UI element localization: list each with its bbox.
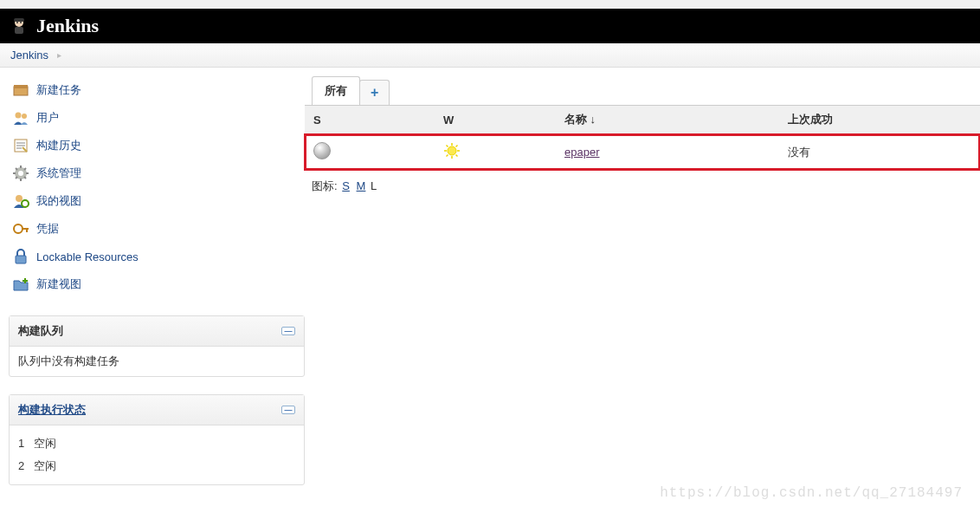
- projects-table: S W 名称 ↓ 上次成功 epa: [305, 105, 980, 170]
- executors-body: 1 空闲 2 空闲: [10, 425, 304, 484]
- svg-line-39: [456, 146, 458, 147]
- page-header: Jenkins: [0, 9, 980, 43]
- svg-point-14: [18, 171, 23, 176]
- sidebar-item-label[interactable]: 用户: [36, 110, 59, 126]
- sidebar-item-credentials[interactable]: 凭据: [9, 215, 305, 243]
- icon-size-l: L: [371, 179, 377, 192]
- collapse-icon[interactable]: —: [281, 327, 295, 335]
- cell-weather: [435, 134, 556, 170]
- svg-point-25: [14, 224, 23, 233]
- executors-pane: 构建执行状态 — 1 空闲 2 空闲: [9, 394, 305, 485]
- executor-row: 1 空闲: [18, 432, 295, 455]
- sidebar-item-my-views[interactable]: 我的视图: [9, 187, 305, 215]
- executor-number: 2: [18, 459, 30, 472]
- svg-rect-2: [14, 18, 24, 22]
- svg-rect-27: [26, 228, 28, 232]
- sidebar-item-label[interactable]: 凭据: [36, 221, 59, 237]
- sidebar-item-new-item[interactable]: 新建任务: [9, 76, 305, 104]
- lock-icon: [12, 248, 29, 265]
- executors-header: 构建执行状态 —: [10, 395, 304, 425]
- executor-number: 1: [18, 437, 30, 450]
- sidebar-item-label[interactable]: Lockable Resources: [36, 250, 139, 263]
- view-tabs: 所有 +: [305, 76, 980, 105]
- cell-status: [305, 134, 435, 170]
- task-list: 新建任务 用户 构建历史 系统管理 我的视图 凭据: [9, 76, 305, 298]
- col-name[interactable]: 名称 ↓: [556, 106, 779, 135]
- jenkins-logo-icon: [9, 16, 29, 36]
- project-row[interactable]: epaper 没有: [305, 134, 980, 170]
- tab-add-view[interactable]: +: [359, 80, 390, 105]
- sidebar-item-people[interactable]: 用户: [9, 104, 305, 132]
- svg-point-8: [22, 114, 27, 119]
- svg-point-24: [22, 200, 29, 207]
- icon-legend-label: 图标:: [312, 179, 338, 192]
- sidebar-item-new-view[interactable]: 新建视图: [9, 270, 305, 298]
- sidebar-item-label[interactable]: 新建视图: [36, 276, 81, 292]
- my-views-icon: [12, 192, 29, 210]
- sidebar-item-label[interactable]: 构建历史: [36, 138, 81, 153]
- executor-status: 空闲: [34, 459, 56, 472]
- svg-rect-1: [15, 27, 23, 34]
- svg-line-36: [447, 146, 448, 147]
- svg-line-21: [16, 177, 17, 179]
- executor-row: 2 空闲: [18, 455, 295, 477]
- svg-rect-6: [14, 85, 28, 88]
- credentials-icon: [12, 220, 29, 237]
- icon-size-legend: 图标: S M L: [305, 170, 980, 203]
- new-view-icon: [12, 276, 29, 293]
- gear-icon: [12, 165, 29, 182]
- weather-sunny-icon: [443, 142, 461, 159]
- people-icon: [12, 109, 29, 127]
- executor-status: 空闲: [34, 437, 56, 450]
- svg-point-4: [20, 22, 22, 23]
- watermark: https://blog.csdn.net/qq_27184497: [660, 485, 963, 494]
- executors-title[interactable]: 构建执行状态: [18, 402, 86, 418]
- col-weather[interactable]: W: [435, 106, 556, 135]
- svg-line-38: [447, 155, 448, 157]
- new-item-icon: [12, 81, 29, 99]
- build-queue-pane: 构建队列 — 队列中没有构建任务: [9, 315, 305, 377]
- sidebar-item-manage[interactable]: 系统管理: [9, 159, 305, 187]
- svg-point-23: [16, 195, 23, 202]
- browser-tabs-fragment: [0, 0, 980, 9]
- status-ball-grey-icon: [313, 142, 331, 159]
- build-queue-header: 构建队列 —: [10, 316, 304, 347]
- svg-line-22: [24, 168, 26, 170]
- sidebar-item-label[interactable]: 我的视图: [36, 193, 81, 209]
- cell-name: epaper: [556, 134, 779, 170]
- breadcrumb: Jenkins ▸: [0, 43, 980, 68]
- svg-rect-28: [16, 256, 26, 263]
- sidebar-item-label[interactable]: 系统管理: [36, 166, 81, 181]
- build-history-icon: [12, 137, 29, 154]
- breadcrumb-root[interactable]: Jenkins: [10, 49, 48, 62]
- logo[interactable]: Jenkins: [9, 15, 99, 37]
- sidebar-item-label[interactable]: 新建任务: [36, 82, 81, 98]
- svg-line-20: [24, 177, 26, 179]
- col-last-success[interactable]: 上次成功: [779, 106, 980, 135]
- svg-point-31: [448, 146, 456, 155]
- sidebar-item-lockable-resources[interactable]: Lockable Resources: [9, 243, 305, 270]
- product-name: Jenkins: [36, 15, 99, 37]
- build-queue-title: 构建队列: [18, 323, 63, 339]
- sidebar-item-build-history[interactable]: 构建历史: [9, 132, 305, 159]
- tab-all[interactable]: 所有: [312, 76, 360, 105]
- svg-line-37: [456, 155, 458, 157]
- col-status[interactable]: S: [305, 106, 435, 135]
- sidebar: 新建任务 用户 构建历史 系统管理 我的视图 凭据: [0, 68, 305, 494]
- svg-point-3: [16, 22, 18, 23]
- cell-last-success: 没有: [779, 134, 980, 170]
- svg-line-19: [16, 168, 17, 170]
- icon-size-s[interactable]: S: [342, 179, 350, 192]
- project-link[interactable]: epaper: [564, 146, 599, 159]
- breadcrumb-separator-icon: ▸: [57, 50, 61, 60]
- main-content: 所有 + S W 名称 ↓ 上次成功: [305, 68, 980, 494]
- icon-size-m[interactable]: M: [357, 179, 366, 192]
- svg-point-7: [16, 113, 22, 119]
- collapse-icon[interactable]: —: [281, 406, 295, 414]
- build-queue-body: 队列中没有构建任务: [10, 347, 304, 376]
- build-queue-empty: 队列中没有构建任务: [18, 354, 119, 367]
